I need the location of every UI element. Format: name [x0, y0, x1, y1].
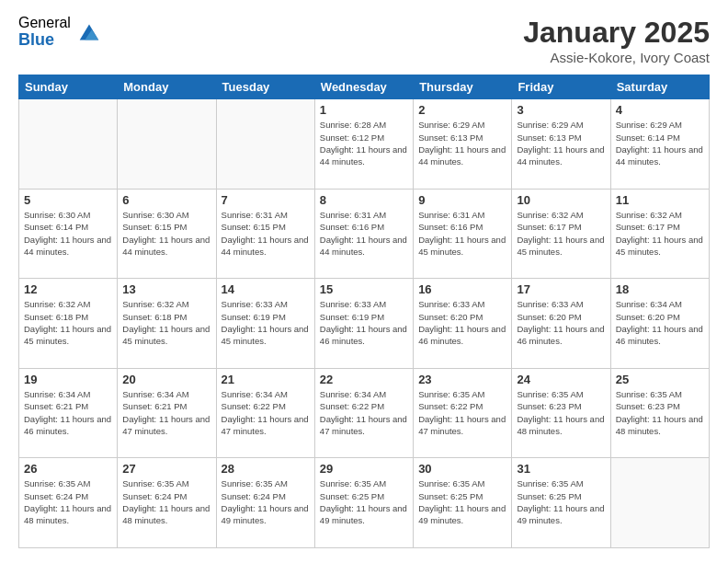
day-number: 22: [320, 373, 408, 386]
title-section: January 2025 Assie-Kokore, Ivory Coast: [523, 15, 710, 65]
day-number: 26: [24, 462, 112, 476]
calendar-cell: 29Sunrise: 6:35 AM Sunset: 6:25 PM Dayli…: [314, 458, 413, 548]
calendar-cell: 17Sunrise: 6:33 AM Sunset: 6:20 PM Dayli…: [512, 279, 610, 369]
day-number: 19: [24, 373, 112, 386]
calendar-cell: 21Sunrise: 6:34 AM Sunset: 6:22 PM Dayli…: [216, 368, 314, 458]
calendar-cell: 16Sunrise: 6:33 AM Sunset: 6:20 PM Dayli…: [414, 279, 512, 369]
calendar-cell: 25Sunrise: 6:35 AM Sunset: 6:23 PM Dayli…: [610, 368, 709, 458]
day-number: 31: [517, 462, 605, 476]
day-info: Sunrise: 6:35 AM Sunset: 6:23 PM Dayligh…: [616, 388, 704, 437]
day-number: 4: [616, 103, 704, 117]
day-number: 12: [24, 282, 112, 296]
day-number: 10: [517, 193, 605, 207]
day-number: 29: [320, 462, 408, 476]
day-number: 13: [122, 282, 210, 296]
calendar-title: January 2025: [523, 15, 710, 50]
calendar-cell: [118, 99, 216, 190]
calendar-cell: 26Sunrise: 6:35 AM Sunset: 6:24 PM Dayli…: [19, 458, 118, 548]
day-number: 20: [122, 373, 210, 386]
day-number: 2: [418, 103, 506, 117]
calendar-cell: 1Sunrise: 6:28 AM Sunset: 6:12 PM Daylig…: [314, 99, 413, 190]
col-saturday: Saturday: [610, 75, 709, 99]
col-thursday: Thursday: [414, 75, 512, 99]
day-number: 5: [24, 193, 112, 207]
day-number: 21: [222, 373, 310, 386]
day-info: Sunrise: 6:34 AM Sunset: 6:22 PM Dayligh…: [222, 388, 310, 437]
calendar-cell: [216, 99, 314, 190]
calendar-cell: 9Sunrise: 6:31 AM Sunset: 6:16 PM Daylig…: [414, 189, 512, 279]
day-info: Sunrise: 6:32 AM Sunset: 6:18 PM Dayligh…: [122, 298, 210, 347]
day-info: Sunrise: 6:32 AM Sunset: 6:18 PM Dayligh…: [24, 298, 112, 347]
logo-blue: Blue: [18, 31, 71, 50]
day-info: Sunrise: 6:33 AM Sunset: 6:19 PM Dayligh…: [222, 298, 310, 347]
calendar-cell: 18Sunrise: 6:34 AM Sunset: 6:20 PM Dayli…: [610, 279, 709, 369]
day-info: Sunrise: 6:35 AM Sunset: 6:24 PM Dayligh…: [222, 477, 310, 526]
calendar-cell: [19, 99, 118, 190]
calendar-cell: 11Sunrise: 6:32 AM Sunset: 6:17 PM Dayli…: [610, 189, 709, 279]
calendar-cell: 23Sunrise: 6:35 AM Sunset: 6:22 PM Dayli…: [414, 368, 512, 458]
day-info: Sunrise: 6:35 AM Sunset: 6:23 PM Dayligh…: [517, 388, 605, 437]
calendar-cell: 2Sunrise: 6:29 AM Sunset: 6:13 PM Daylig…: [414, 99, 512, 190]
day-number: 30: [418, 462, 506, 476]
day-info: Sunrise: 6:29 AM Sunset: 6:13 PM Dayligh…: [418, 119, 506, 167]
calendar-cell: 27Sunrise: 6:35 AM Sunset: 6:24 PM Dayli…: [118, 458, 216, 548]
calendar-cell: 13Sunrise: 6:32 AM Sunset: 6:18 PM Dayli…: [118, 279, 216, 369]
calendar-cell: 5Sunrise: 6:30 AM Sunset: 6:14 PM Daylig…: [19, 189, 118, 279]
day-info: Sunrise: 6:34 AM Sunset: 6:20 PM Dayligh…: [616, 298, 704, 347]
day-info: Sunrise: 6:30 AM Sunset: 6:14 PM Dayligh…: [24, 209, 112, 258]
day-info: Sunrise: 6:31 AM Sunset: 6:16 PM Dayligh…: [320, 209, 408, 258]
col-friday: Friday: [512, 75, 610, 99]
day-number: 16: [418, 282, 506, 296]
day-info: Sunrise: 6:28 AM Sunset: 6:12 PM Dayligh…: [320, 119, 408, 167]
calendar-cell: 6Sunrise: 6:30 AM Sunset: 6:15 PM Daylig…: [118, 189, 216, 279]
day-info: Sunrise: 6:35 AM Sunset: 6:25 PM Dayligh…: [418, 477, 506, 526]
calendar-subtitle: Assie-Kokore, Ivory Coast: [523, 50, 710, 65]
col-monday: Monday: [118, 75, 216, 99]
logo: General Blue: [18, 15, 102, 49]
day-info: Sunrise: 6:35 AM Sunset: 6:24 PM Dayligh…: [24, 477, 112, 526]
calendar-week-row: 19Sunrise: 6:34 AM Sunset: 6:21 PM Dayli…: [19, 368, 710, 458]
day-info: Sunrise: 6:30 AM Sunset: 6:15 PM Dayligh…: [122, 209, 210, 258]
calendar-cell: 20Sunrise: 6:34 AM Sunset: 6:21 PM Dayli…: [118, 368, 216, 458]
calendar-week-row: 12Sunrise: 6:32 AM Sunset: 6:18 PM Dayli…: [19, 279, 710, 369]
calendar-cell: 14Sunrise: 6:33 AM Sunset: 6:19 PM Dayli…: [216, 279, 314, 369]
day-info: Sunrise: 6:35 AM Sunset: 6:24 PM Dayligh…: [122, 477, 210, 526]
calendar-cell: 19Sunrise: 6:34 AM Sunset: 6:21 PM Dayli…: [19, 368, 118, 458]
day-number: 15: [320, 282, 408, 296]
calendar-cell: 8Sunrise: 6:31 AM Sunset: 6:16 PM Daylig…: [314, 189, 413, 279]
day-number: 17: [517, 282, 605, 296]
calendar-cell: 30Sunrise: 6:35 AM Sunset: 6:25 PM Dayli…: [414, 458, 512, 548]
logo-icon: [76, 19, 102, 45]
col-tuesday: Tuesday: [216, 75, 314, 99]
day-info: Sunrise: 6:34 AM Sunset: 6:21 PM Dayligh…: [122, 388, 210, 437]
day-info: Sunrise: 6:33 AM Sunset: 6:20 PM Dayligh…: [418, 298, 506, 347]
calendar-week-row: 26Sunrise: 6:35 AM Sunset: 6:24 PM Dayli…: [19, 458, 710, 548]
calendar-week-row: 5Sunrise: 6:30 AM Sunset: 6:14 PM Daylig…: [19, 189, 710, 279]
day-info: Sunrise: 6:33 AM Sunset: 6:20 PM Dayligh…: [517, 298, 605, 347]
day-info: Sunrise: 6:29 AM Sunset: 6:13 PM Dayligh…: [517, 119, 605, 167]
day-number: 3: [517, 103, 605, 117]
calendar-cell: 31Sunrise: 6:35 AM Sunset: 6:25 PM Dayli…: [512, 458, 610, 548]
col-wednesday: Wednesday: [314, 75, 413, 99]
day-info: Sunrise: 6:33 AM Sunset: 6:19 PM Dayligh…: [320, 298, 408, 347]
day-number: 14: [222, 282, 310, 296]
day-number: 8: [320, 193, 408, 207]
day-info: Sunrise: 6:34 AM Sunset: 6:21 PM Dayligh…: [24, 388, 112, 437]
header: General Blue January 2025 Assie-Kokore, …: [18, 15, 710, 65]
day-info: Sunrise: 6:34 AM Sunset: 6:22 PM Dayligh…: [320, 388, 408, 437]
day-number: 7: [222, 193, 310, 207]
day-info: Sunrise: 6:29 AM Sunset: 6:14 PM Dayligh…: [616, 119, 704, 167]
calendar-cell: [610, 458, 709, 548]
day-number: 27: [122, 462, 210, 476]
calendar-table: Sunday Monday Tuesday Wednesday Thursday…: [18, 75, 710, 548]
page: General Blue January 2025 Assie-Kokore, …: [0, 0, 728, 563]
day-number: 24: [517, 373, 605, 386]
day-info: Sunrise: 6:32 AM Sunset: 6:17 PM Dayligh…: [616, 209, 704, 258]
col-sunday: Sunday: [19, 75, 118, 99]
day-number: 23: [418, 373, 506, 386]
day-info: Sunrise: 6:31 AM Sunset: 6:16 PM Dayligh…: [418, 209, 506, 258]
day-number: 25: [616, 373, 704, 386]
day-info: Sunrise: 6:35 AM Sunset: 6:22 PM Dayligh…: [418, 388, 506, 437]
day-number: 9: [418, 193, 506, 207]
day-info: Sunrise: 6:35 AM Sunset: 6:25 PM Dayligh…: [320, 477, 408, 526]
